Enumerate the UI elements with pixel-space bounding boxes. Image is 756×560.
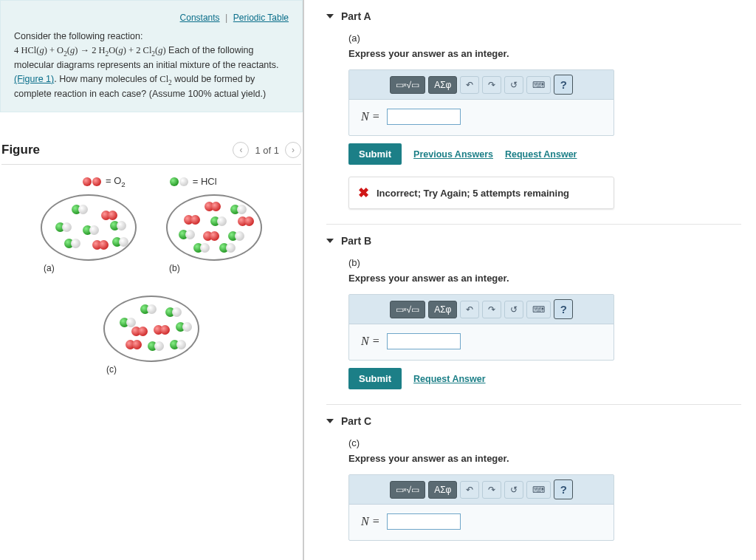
diagram-b [166, 194, 262, 261]
reset-button[interactable]: ↺ [504, 481, 523, 499]
help-button[interactable]: ? [554, 479, 573, 499]
keyboard-button[interactable]: ⌨ [526, 76, 551, 94]
undo-button[interactable]: ↶ [460, 76, 479, 94]
part-a-submit-button[interactable]: Submit [348, 143, 402, 165]
problem-intro: Constants | Periodic Table Consider the … [0, 0, 303, 112]
diagram-c-label: (c) [106, 364, 117, 375]
redo-button[interactable]: ↷ [482, 301, 501, 318]
part-c-answer-box: ▭x√▭ ΑΣφ ↶ ↷ ↺ ⌨ ? N = [348, 474, 614, 541]
diagram-b-label: (b) [169, 263, 180, 273]
templates-button[interactable]: ▭x√▭ [390, 301, 426, 318]
keyboard-button[interactable]: ⌨ [526, 481, 551, 499]
part-a-input[interactable] [387, 109, 461, 125]
collapse-icon [326, 14, 334, 18]
part-b-input[interactable] [387, 333, 461, 349]
part-c-header[interactable]: Part C [326, 415, 741, 427]
figure-section: Figure ‹ 1 of 1 › = O2 = HCl [0, 134, 303, 397]
intro-text: Consider the following reaction: 4 HCl(g… [14, 30, 289, 101]
templates-button[interactable]: ▭x√▭ [390, 76, 426, 94]
part-b-sublabel: (b) [348, 257, 741, 268]
collapse-icon [326, 239, 334, 243]
greek-button[interactable]: ΑΣφ [428, 76, 457, 94]
legend-hcl: = HCl [170, 175, 217, 188]
redo-button[interactable]: ↷ [482, 481, 501, 499]
part-b-request-answer-link[interactable]: Request Answer [413, 374, 485, 384]
link-separator: | [225, 13, 227, 23]
part-b-instruction: Express your answer as an integer. [348, 273, 741, 284]
part-c-sublabel: (c) [348, 437, 741, 448]
part-c-instruction: Express your answer as an integer. [348, 453, 741, 464]
reset-button[interactable]: ↺ [504, 76, 523, 94]
part-a-answer-box: ▭x√▭ ΑΣφ ↶ ↷ ↺ ⌨ ? N = [348, 69, 614, 136]
part-a-toolbar: ▭x√▭ ΑΣφ ↶ ↷ ↺ ⌨ ? [349, 70, 614, 100]
part-a-previous-answers-link[interactable]: Previous Answers [413, 149, 493, 160]
part-a-request-answer-link[interactable]: Request Answer [505, 149, 577, 160]
diagram-c [103, 296, 199, 362]
constants-link[interactable]: Constants [180, 13, 220, 23]
part-b-header[interactable]: Part B [326, 235, 741, 247]
help-button[interactable]: ? [554, 75, 573, 95]
figure-legend: = O2 = HCl [83, 175, 301, 188]
greek-button[interactable]: ΑΣφ [428, 481, 457, 499]
part-c-toolbar: ▭x√▭ ΑΣφ ↶ ↷ ↺ ⌨ ? [349, 475, 614, 505]
part-b: Part B (b) Express your answer as an int… [326, 224, 741, 404]
part-a-header[interactable]: Part A [326, 10, 741, 22]
diagram-a [41, 194, 137, 261]
part-c: Part C (c) Express your answer as an int… [326, 404, 741, 560]
help-button[interactable]: ? [554, 299, 573, 319]
periodic-table-link[interactable]: Periodic Table [233, 13, 289, 23]
reset-button[interactable]: ↺ [504, 301, 523, 318]
part-b-submit-button[interactable]: Submit [348, 368, 402, 389]
undo-button[interactable]: ↶ [460, 301, 479, 318]
incorrect-icon: ✖ [358, 185, 369, 201]
legend-o2: = O2 [83, 175, 126, 188]
part-b-toolbar: ▭x√▭ ΑΣφ ↶ ↷ ↺ ⌨ ? [349, 295, 614, 324]
part-a-instruction: Express your answer as an integer. [348, 48, 741, 59]
part-a-sublabel: (a) [348, 33, 741, 44]
undo-button[interactable]: ↶ [460, 481, 479, 499]
figure-page-indicator: 1 of 1 [255, 145, 279, 156]
greek-button[interactable]: ΑΣφ [428, 301, 457, 318]
part-b-answer-box: ▭x√▭ ΑΣφ ↶ ↷ ↺ ⌨ ? N = [348, 294, 614, 361]
figure-next-button[interactable]: › [285, 142, 301, 158]
part-a-feedback: ✖ Incorrect; Try Again; 5 attempts remai… [348, 177, 614, 209]
part-a: Part A (a) Express your answer as an int… [326, 0, 741, 224]
part-b-variable: N = [361, 335, 379, 348]
collapse-icon [326, 419, 334, 423]
keyboard-button[interactable]: ⌨ [526, 301, 551, 318]
figure-title: Figure [1, 143, 40, 157]
redo-button[interactable]: ↷ [482, 76, 501, 94]
part-a-variable: N = [361, 110, 379, 123]
diagram-a-label: (a) [44, 263, 55, 273]
figure-ref-link[interactable]: (Figure 1) [14, 74, 54, 84]
figure-prev-button[interactable]: ‹ [233, 142, 249, 158]
part-c-variable: N = [361, 515, 379, 528]
part-c-input[interactable] [387, 513, 461, 530]
templates-button[interactable]: ▭x√▭ [390, 481, 426, 499]
